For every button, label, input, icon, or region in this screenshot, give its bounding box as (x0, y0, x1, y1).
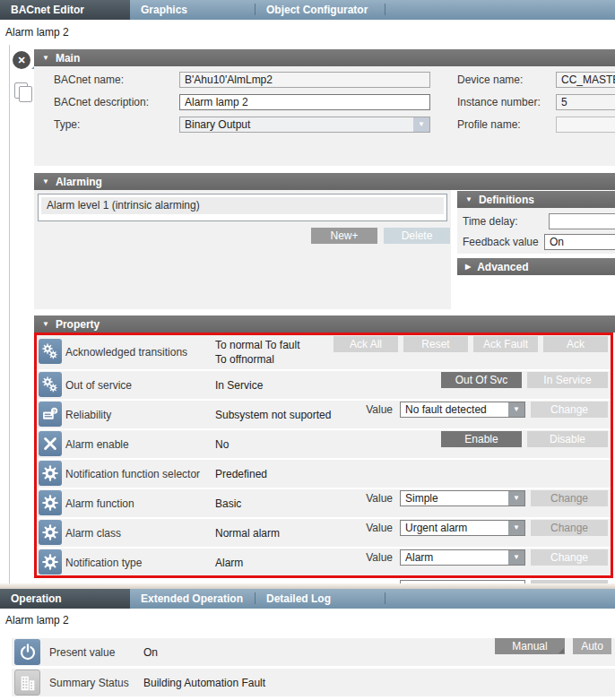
out-of-svc-button[interactable]: Out Of Svc (441, 372, 522, 388)
property-row-acknowledged-transitions: Acknowledged transitions To normal To fa… (37, 335, 611, 369)
building-icon (14, 670, 40, 696)
delete-alarm-button[interactable]: Delete (384, 228, 450, 244)
collapse-triangle-icon: ▼ (42, 320, 49, 328)
tab-bacnet-editor[interactable]: BACnet Editor (0, 0, 130, 20)
row-controls: Value Simple ▼ Change (366, 490, 608, 506)
summary-status-row: Summary Status Building Automation Fault (12, 669, 615, 696)
collapse-triangle-icon: ▼ (465, 195, 472, 203)
change-button[interactable]: Change (531, 402, 608, 418)
device-name-label: Device name: (457, 73, 523, 86)
property-row-notification-type: Notification type Alarm Value Alarm ▼ Ch… (37, 549, 611, 576)
dropdown-value: No fault detected (401, 402, 508, 417)
row-value: Building Automation Fault (143, 677, 265, 689)
bacnet-name-field[interactable] (179, 72, 430, 88)
property-value: Subsystem not suported (215, 409, 331, 421)
tab-object-configurator[interactable]: Object Configurator (256, 0, 385, 20)
object-title: Alarm lamp 2 (5, 26, 69, 39)
ack-all-button[interactable]: Ack All (333, 336, 398, 352)
alarm-class-dropdown[interactable]: Urgent alarm ▼ (400, 520, 525, 536)
section-body-definitions: Time delay: Feedback value On (457, 208, 615, 254)
operation-object-title: Alarm lamp 2 (5, 614, 69, 627)
reliability-dropdown[interactable]: No fault detected ▼ (400, 402, 525, 418)
ack-fault-button[interactable]: Ack Fault (473, 336, 538, 352)
property-label: Notification function selector (65, 468, 200, 480)
enable-button[interactable]: Enable (441, 431, 522, 447)
value-label: Value (366, 520, 393, 536)
power-icon (14, 639, 40, 665)
row-buttons: Out Of Svc In Service (441, 372, 608, 388)
property-value: In Service (215, 379, 263, 392)
property-value: To normal To fault To offnormal (215, 338, 300, 367)
reset-button[interactable]: Reset (403, 336, 468, 352)
change-button[interactable]: Change (531, 549, 608, 566)
section-header-alarming[interactable]: ▼ Alarming (34, 173, 615, 190)
section-header-advanced[interactable]: ▶ Advanced (457, 258, 615, 275)
copy-icon[interactable] (14, 82, 28, 99)
property-row-alarm-enable: Alarm enable No Enable Disable (37, 430, 611, 458)
list-item[interactable]: Alarm level 1 (intrinsic alarming) (41, 197, 444, 214)
chevron-down-icon[interactable]: ▼ (508, 491, 524, 506)
alarm-level-listbox[interactable]: Alarm level 1 (intrinsic alarming) (38, 194, 447, 221)
tab-separator (385, 4, 385, 15)
chevron-down-icon[interactable]: ▼ (508, 550, 524, 565)
section-title: Alarming (56, 176, 102, 188)
tab-operation[interactable]: Operation (0, 589, 130, 609)
close-icon[interactable]: ✕ (13, 51, 30, 69)
section-header-property[interactable]: ▼ Property (34, 315, 615, 333)
section-title: Advanced (477, 261, 528, 273)
gear-icon (39, 549, 62, 575)
device-name-field[interactable] (556, 72, 615, 88)
tab-detailed-log[interactable]: Detailed Log (256, 589, 385, 609)
value-label: Value (366, 549, 393, 566)
time-delay-field[interactable] (549, 213, 615, 229)
property-row-alarm-class: Alarm class Normal alarm Value Urgent al… (37, 519, 611, 547)
row-label: Summary Status (49, 677, 129, 689)
time-delay-label: Time delay: (463, 215, 518, 228)
gears-icon (39, 339, 62, 364)
collapse-triangle-icon: ▼ (42, 54, 49, 62)
dropdown-value: Alarm (401, 550, 508, 565)
tab-extended-operation[interactable]: Extended Operation (130, 589, 255, 609)
panel-divider (9, 45, 10, 583)
instance-number-field[interactable] (556, 94, 615, 110)
property-row-notification-function-selector: Notification function selector Predefine… (37, 460, 611, 488)
ack-button[interactable]: Ack (543, 336, 608, 352)
manual-button[interactable]: Manual (495, 638, 565, 654)
property-label: Alarm enable (65, 438, 129, 451)
tab-graphics[interactable]: Graphics (130, 0, 255, 20)
in-service-button[interactable]: In Service (527, 372, 608, 388)
notification-type-dropdown[interactable]: Alarm ▼ (400, 549, 525, 566)
gear-icon (39, 520, 62, 545)
editor-tab-bar: BACnet Editor Graphics Object Configurat… (0, 0, 615, 20)
collapse-triangle-icon: ▼ (42, 177, 49, 186)
chevron-down-icon[interactable]: ▼ (508, 402, 524, 417)
auto-button[interactable]: Auto (573, 638, 611, 654)
row-controls: Value Urgent alarm ▼ Change (366, 520, 608, 536)
x-icon (39, 431, 62, 456)
bacnet-description-field[interactable] (179, 94, 430, 110)
reliability-icon: ? (39, 402, 62, 427)
gear-icon (39, 461, 62, 486)
property-value: Basic (215, 497, 241, 510)
row-buttons: Ack All Reset Ack Fault Ack (333, 336, 608, 352)
change-button[interactable]: Change (531, 520, 608, 536)
chevron-down-icon[interactable]: ▼ (413, 117, 429, 132)
feedback-value: On (545, 235, 615, 249)
section-header-main[interactable]: ▼ Main (34, 49, 615, 66)
type-dropdown[interactable]: Binary Output ▼ (179, 117, 430, 133)
alarm-function-dropdown[interactable]: Simple ▼ (400, 490, 525, 506)
bacnet-description-label: BACnet description: (54, 96, 149, 108)
change-button[interactable]: Change (531, 490, 608, 506)
new-alarm-button[interactable]: New+ (311, 228, 377, 244)
property-label: Out of service (65, 379, 132, 392)
section-header-definitions[interactable]: ▼ Definitions (457, 191, 615, 208)
feedback-value-dropdown[interactable]: On (544, 234, 615, 250)
property-label: Notification type (65, 557, 142, 569)
app-window: BACnet Editor Graphics Object Configurat… (0, 0, 615, 700)
section-title: Definitions (479, 194, 534, 206)
disable-button[interactable]: Disable (527, 431, 608, 447)
property-label: Reliability (65, 409, 111, 421)
chevron-down-icon[interactable]: ▼ (508, 521, 524, 535)
profile-name-field[interactable] (556, 117, 615, 133)
property-row-alarm-function: Alarm function Basic Value Simple ▼ Chan… (37, 489, 611, 517)
